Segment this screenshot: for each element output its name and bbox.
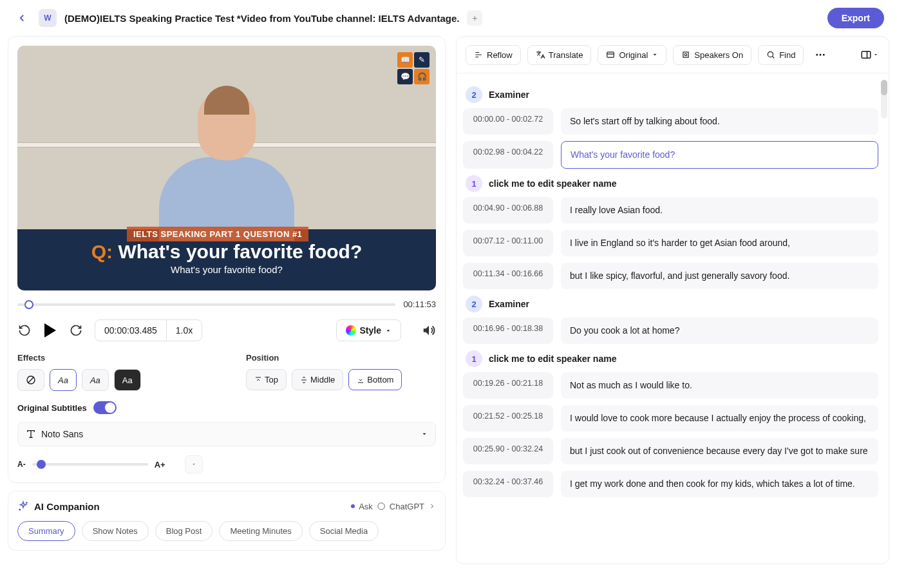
original-subtitles-label: Original Subtitles — [17, 403, 87, 413]
svg-point-11 — [19, 509, 21, 511]
svg-marker-8 — [423, 433, 426, 435]
back-button[interactable] — [13, 9, 31, 27]
transcript-line[interactable]: 00:04.90 - 00:06.88I really love Asian f… — [463, 197, 878, 223]
speaker-name[interactable]: Examiner — [489, 299, 529, 309]
app-icon: W — [39, 9, 57, 27]
scrollbar[interactable] — [881, 80, 887, 119]
transcript-line[interactable]: 00:25.90 - 00:32.24but I just cook out o… — [463, 438, 878, 464]
original-subtitles-toggle[interactable] — [93, 401, 117, 414]
transcript-text[interactable]: I really love Asian food. — [561, 197, 878, 223]
effect-box[interactable]: Aa — [114, 369, 141, 391]
transcript-line[interactable]: 00:00.00 - 00:02.72So let's start off by… — [463, 108, 878, 135]
speakers-toggle[interactable]: Speakers On — [673, 45, 751, 65]
transcript-text[interactable]: but I just cook out of convenience becau… — [561, 438, 878, 464]
forward-button[interactable] — [69, 323, 83, 337]
video-caption-tag: IELTS SPEAKING PART 1 QUESTION #1 — [127, 227, 308, 242]
timestamp[interactable]: 00:16.96 - 00:18.38 — [463, 318, 553, 344]
ai-tab-blog-post[interactable]: Blog Post — [155, 521, 213, 541]
timestamp[interactable]: 00:32.24 - 00:37.46 — [463, 471, 553, 497]
timestamp[interactable]: 00:21.52 - 00:25.18 — [463, 405, 553, 432]
timestamp[interactable]: 00:07.12 - 00:11.00 — [463, 230, 553, 256]
svg-point-25 — [823, 54, 825, 56]
style-button[interactable]: Style — [336, 319, 401, 341]
effect-shadow[interactable]: Aa — [82, 369, 109, 391]
play-button[interactable] — [43, 323, 57, 337]
original-dropdown[interactable]: Original — [598, 45, 666, 65]
color-select[interactable] — [185, 455, 203, 473]
speaker-badge: 1 — [466, 350, 482, 367]
more-button[interactable] — [810, 44, 831, 65]
timestamp[interactable]: 00:11.34 - 00:16.66 — [463, 263, 553, 289]
transcript-text[interactable]: I would love to cook more because I actu… — [561, 405, 878, 432]
speaker-header[interactable]: 1click me to edit speaker name — [466, 350, 878, 367]
chatgpt-icon — [377, 502, 386, 511]
add-tab-button[interactable]: + — [467, 10, 482, 26]
playback-speed[interactable]: 1.0x — [166, 320, 202, 341]
sparkle-icon — [17, 500, 29, 512]
speaker-header[interactable]: 1click me to edit speaker name — [466, 175, 878, 192]
transcript-line[interactable]: 00:16.96 - 00:18.38Do you cook a lot at … — [463, 318, 878, 344]
video-subtitle: What's your favorite food? — [17, 264, 436, 275]
svg-marker-18 — [654, 54, 657, 56]
svg-point-12 — [378, 503, 385, 510]
position-top[interactable]: Top — [246, 369, 287, 390]
transcript-line[interactable]: 00:19.26 - 00:21.18Not as much as I woul… — [463, 372, 878, 399]
svg-point-20 — [685, 53, 688, 56]
font-select[interactable]: Noto Sans — [17, 422, 436, 446]
effect-outline[interactable]: Aa — [50, 369, 77, 391]
transcript-text[interactable]: So let's start off by talking about food… — [561, 108, 878, 135]
transcript-line[interactable]: 00:07.12 - 00:11.00I live in England so … — [463, 230, 878, 256]
svg-marker-28 — [874, 54, 877, 55]
svg-point-23 — [817, 54, 818, 56]
svg-marker-0 — [387, 330, 390, 332]
transcript-text[interactable]: What's your favorite food? — [561, 141, 878, 169]
speaker-name[interactable]: click me to edit speaker name — [489, 178, 616, 189]
speaker-header[interactable]: 2Examiner — [466, 86, 878, 103]
transcript-text[interactable]: I get my work done and then cook for my … — [561, 471, 878, 497]
effect-none[interactable] — [17, 369, 44, 391]
ask-chatgpt-button[interactable]: Ask ChatGPT — [351, 502, 436, 511]
video-player[interactable]: 📖 ✎ 💬 🎧 IELTS SPEAKING PART 1 QUESTION #… — [17, 46, 436, 290]
speaker-name[interactable]: click me to edit speaker name — [489, 354, 616, 364]
reflow-button[interactable]: Reflow — [466, 45, 521, 65]
transcript-text[interactable]: Not as much as I would like to. — [561, 372, 878, 399]
video-badges: 📖 ✎ 💬 🎧 — [397, 52, 430, 84]
font-size-plus[interactable]: A+ — [155, 460, 165, 469]
position-bottom[interactable]: Bottom — [348, 369, 402, 390]
ai-tab-meeting-minutes[interactable]: Meeting Minutes — [219, 521, 302, 541]
rewind-button[interactable] — [17, 323, 32, 337]
speaker-name[interactable]: Examiner — [489, 90, 529, 100]
timestamp[interactable]: 00:19.26 - 00:21.18 — [463, 372, 553, 399]
transcript-line[interactable]: 00:02.98 - 00:04.22What's your favorite … — [463, 141, 878, 169]
document-title[interactable]: (DEMO)IELTS Speaking Practice Test *Vide… — [64, 13, 459, 24]
find-button[interactable]: Find — [758, 45, 804, 65]
font-size-slider[interactable] — [32, 463, 148, 466]
transcript-text[interactable]: Do you cook a lot at home? — [561, 318, 878, 344]
timestamp[interactable]: 00:04.90 - 00:06.88 — [463, 197, 553, 223]
position-middle[interactable]: Middle — [292, 369, 343, 390]
transcript-line[interactable]: 00:21.52 - 00:25.18I would love to cook … — [463, 405, 878, 432]
transcript-text[interactable]: I live in England so it's harder to get … — [561, 230, 878, 256]
timestamp[interactable]: 00:02.98 - 00:04.22 — [463, 141, 553, 169]
volume-button[interactable] — [422, 323, 436, 337]
ai-tab-summary[interactable]: Summary — [17, 521, 75, 541]
timestamp[interactable]: 00:25.90 - 00:32.24 — [463, 438, 553, 464]
export-button[interactable]: Export — [827, 8, 884, 28]
current-time[interactable]: 00:00:03.485 — [95, 320, 166, 341]
transcript-text[interactable]: but I like spicy, flavorful, and just ge… — [561, 263, 878, 289]
timestamp[interactable]: 00:00.00 - 00:02.72 — [463, 108, 553, 135]
progress-bar[interactable] — [17, 303, 395, 306]
video-duration: 00:11:53 — [403, 299, 436, 309]
speaker-header[interactable]: 2Examiner — [466, 296, 878, 312]
font-size-minus[interactable]: A- — [17, 460, 26, 469]
transcript-line[interactable]: 00:11.34 - 00:16.66but I like spicy, fla… — [463, 263, 878, 289]
ai-tab-show-notes[interactable]: Show Notes — [82, 521, 149, 541]
speaker-badge: 1 — [466, 175, 482, 192]
transcript-line[interactable]: 00:32.24 - 00:37.46I get my work done an… — [463, 471, 878, 497]
ai-tab-social-media[interactable]: Social Media — [309, 521, 379, 541]
svg-marker-9 — [193, 464, 195, 465]
position-label: Position — [246, 353, 436, 363]
translate-button[interactable]: Translate — [527, 45, 592, 65]
svg-rect-26 — [862, 52, 871, 59]
layout-button[interactable] — [859, 44, 880, 65]
